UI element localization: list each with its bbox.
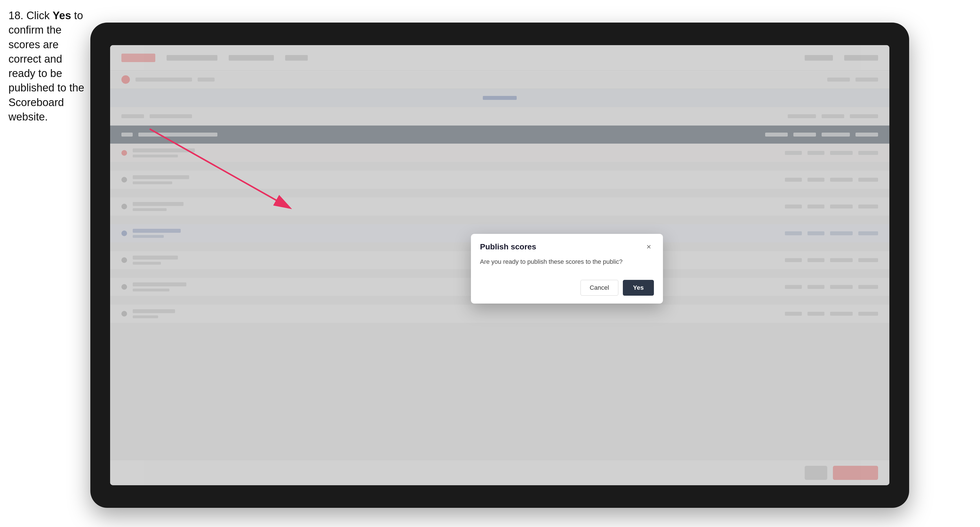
cancel-button[interactable]: Cancel <box>581 280 618 296</box>
instruction-pre: Click <box>24 10 52 21</box>
modal-close-button[interactable]: × <box>644 242 654 252</box>
modal-footer: Cancel Yes <box>471 274 663 303</box>
yes-button[interactable]: Yes <box>623 280 654 296</box>
step-number: 18. <box>8 10 24 21</box>
publish-scores-dialog: Publish scores × Are you ready to publis… <box>471 234 663 303</box>
modal-overlay: Publish scores × Are you ready to publis… <box>110 45 889 485</box>
modal-message: Are you ready to publish these scores to… <box>480 257 654 266</box>
modal-body: Are you ready to publish these scores to… <box>471 257 663 274</box>
instruction-bold: Yes <box>52 10 71 21</box>
tablet-device: Publish scores × Are you ready to publis… <box>90 22 909 508</box>
instruction-post: to confirm the scores are correct and re… <box>8 10 84 123</box>
tablet-screen: Publish scores × Are you ready to publis… <box>110 45 889 485</box>
instruction-text: 18. Click Yes to confirm the scores are … <box>8 8 88 124</box>
modal-title: Publish scores <box>480 242 536 251</box>
modal-header: Publish scores × <box>471 234 663 257</box>
